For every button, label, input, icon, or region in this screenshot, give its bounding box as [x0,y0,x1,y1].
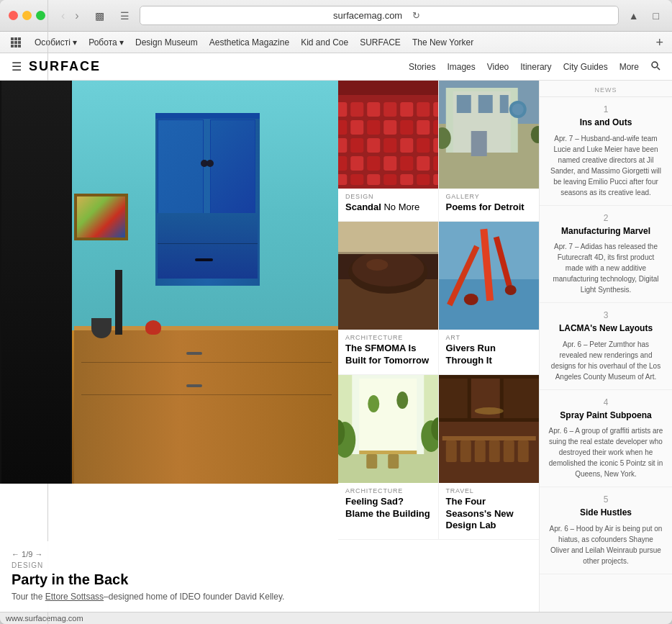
svg-rect-39 [417,156,430,171]
svg-rect-37 [383,156,396,171]
article-image [338,81,438,189]
news-number: 3 [548,310,663,320]
share-button[interactable]: ▲ [625,9,643,23]
bookmark-work[interactable]: Робота ▾ [88,36,124,49]
news-title: LACMA's New Layouts [548,323,663,335]
news-item-4[interactable]: 4 Spray Paint Subpoena Apr. 6 – A group … [540,390,672,488]
close-button[interactable] [9,11,18,20]
article-info: ARCHITECTURE The SFMOMA Is Built for Tom… [338,330,438,374]
grid-inner: DESIGN Scandal No More [338,81,539,540]
refresh-button[interactable]: ↻ [408,9,424,22]
article-info: ARCHITECTURE Feeling Sad? Blame the Buil… [338,483,438,528]
news-text: Apr. 6 – Hood by Air is being put on hia… [548,523,663,566]
news-number: 5 [548,494,663,505]
svg-rect-7 [14,45,17,48]
article-category: DESIGN [345,193,431,200]
address-bar-area: ☰ surfacemag.com ↻ [116,6,619,25]
article-title: The Four Seasons's New Design Lab [446,496,532,533]
back-button[interactable]: ‹ [57,8,69,24]
address-bar[interactable]: surfacemag.com ↻ [140,6,619,25]
svg-rect-44 [383,174,396,185]
article-category: ARCHITECTURE [345,334,431,341]
article-info: DESIGN Scandal No More [338,189,438,221]
nav-city-guides[interactable]: City Guides [563,62,608,72]
article-card[interactable]: ARCHITECTURE Feeling Sad? Blame the Buil… [338,375,439,541]
nav-more[interactable]: More [619,62,639,72]
svg-rect-19 [433,102,437,117]
article-card[interactable]: DESIGN Scandal No More [338,81,439,222]
article-info: TRAVEL The Four Seasons's New Design Lab [439,483,540,540]
svg-rect-97 [474,440,485,462]
svg-point-101 [474,407,503,415]
article-card[interactable]: ART Givers Run Through It [439,222,540,375]
svg-rect-22 [367,120,380,135]
article-card[interactable]: ARCHITECTURE The SFMOMA Is Built for Tom… [338,222,439,375]
svg-rect-13 [338,102,347,117]
news-sidebar: NEWS 1 Ins and Outs Apr. 7 – Husband-and… [539,81,672,612]
add-bookmark-button[interactable]: + [655,36,663,49]
nav-video[interactable]: Video [487,62,509,72]
svg-line-10 [658,68,660,71]
news-sidebar-header: NEWS [540,81,672,97]
svg-rect-3 [11,41,14,44]
maximize-button[interactable] [36,11,45,20]
hero-link[interactable]: Ettore Sottsass [45,592,104,602]
news-title: Ins and Outs [548,117,663,129]
svg-rect-5 [18,41,21,44]
minimize-button[interactable] [22,11,32,20]
site-menu-icon[interactable]: ☰ [12,60,22,73]
sidebar-button[interactable]: ▩ [89,9,110,23]
nav-itinerary[interactable]: Itinerary [520,62,551,72]
new-tab-button[interactable]: □ [649,9,663,23]
svg-rect-27 [338,138,347,153]
hero-desc: Tour the Ettore Sottsass–designed home o… [12,591,327,603]
articles-grid: DESIGN Scandal No More [338,81,539,612]
bookmark-design-museum[interactable]: Design Museum [135,36,198,49]
svg-rect-18 [417,102,430,117]
bookmark-personal[interactable]: Особисті ▾ [35,36,77,49]
article-image [439,375,540,483]
svg-rect-25 [417,120,430,135]
article-image [439,81,540,189]
svg-rect-100 [517,440,528,462]
bookmark-kidandcoe[interactable]: Kid and Coe [301,36,348,49]
news-item-5[interactable]: 5 Side Hustles Apr. 6 – Hood by Air is b… [540,487,672,574]
svg-rect-93 [503,379,539,418]
news-number: 4 [548,397,663,407]
bookmark-aesthetica[interactable]: Aesthetica Magazine [209,36,289,49]
apps-icon[interactable] [9,35,23,50]
svg-point-84 [396,392,408,409]
bookmark-newyorker[interactable]: The New Yorker [412,36,473,49]
svg-point-73 [463,294,478,305]
article-card[interactable]: GALLERY Poems for Detroit [439,81,540,222]
nav-stories[interactable]: Stories [409,62,435,72]
news-text: Apr. 6 – A group of graffiti artists are… [548,425,663,479]
svg-rect-30 [383,138,396,153]
news-item-3[interactable]: 3 LACMA's New Layouts Apr. 6 – Peter Zum… [540,303,672,390]
svg-rect-1 [14,37,17,40]
site-logo[interactable]: SURFACE [29,59,409,74]
svg-rect-33 [433,138,437,153]
svg-point-57 [512,104,523,115]
svg-rect-98 [489,440,499,462]
search-icon[interactable] [650,60,660,73]
hamburger-button[interactable]: ☰ [116,9,134,23]
news-item-2[interactable]: 2 Manufacturing Marvel Apr. 7 – Adidas h… [540,206,672,304]
svg-rect-85 [359,451,417,454]
bookmark-surface[interactable]: SURFACE [360,36,401,49]
hero-image [0,81,338,484]
svg-rect-36 [367,156,380,171]
forward-button[interactable]: › [71,8,83,24]
article-title: Scandal No More [345,202,431,214]
svg-rect-29 [367,138,380,153]
svg-rect-15 [367,102,380,117]
svg-rect-24 [400,120,413,135]
svg-rect-14 [350,102,363,117]
news-item-1[interactable]: 1 Ins and Outs Apr. 7 – Husband-and-wife… [540,97,672,206]
nav-images[interactable]: Images [447,62,475,72]
article-title: The SFMOMA Is Built for Tomorrow [345,343,431,367]
hero-caption: ← 1/9 → DESIGN Party in the Back Tour th… [0,541,338,612]
svg-rect-26 [433,120,437,135]
article-card[interactable]: TRAVEL The Four Seasons's New Design Lab [439,375,540,541]
hero-prev[interactable]: ← 1/9 → [12,550,42,559]
